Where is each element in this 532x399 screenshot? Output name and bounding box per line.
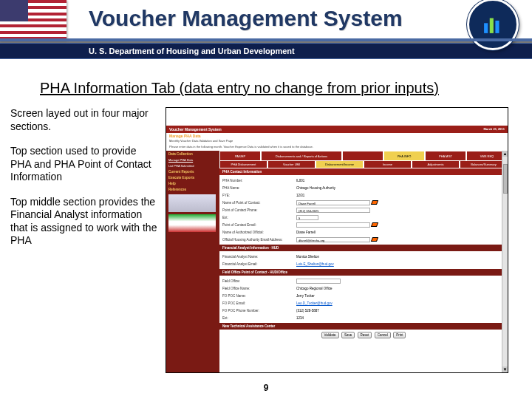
tab[interactable]: Voucher UMI: [267, 161, 316, 168]
save-button[interactable]: Save: [341, 332, 355, 338]
section-tech: New Technical Assistance Center: [219, 323, 508, 330]
embed-main: PAS/EP Disbursements and / Reports of Ac…: [219, 151, 508, 372]
print-button[interactable]: Print: [393, 332, 406, 338]
tab[interactable]: PHA MGT: [425, 151, 466, 161]
whitehouse-image: [168, 214, 216, 232]
header-rule: [0, 38, 532, 41]
svg-rect-1: [490, 18, 494, 33]
contact-phone-input[interactable]: (312) 654-0025: [296, 208, 370, 213]
tab[interactable]: Disbursements and / Reports of Actions: [261, 151, 342, 161]
section-contact: PHA Contact Information: [219, 168, 508, 175]
scroll-up-icon[interactable]: ▲: [502, 151, 508, 157]
notes-column: Screen layed out in four major sections.…: [10, 107, 158, 373]
usa-gov-image: [168, 194, 216, 212]
fo-select[interactable]: [296, 279, 341, 284]
scrollbar[interactable]: ▲ ▼: [502, 151, 508, 372]
embed-app-title: Voucher Management System March 21, 2011: [166, 126, 508, 133]
note-1: Screen layed out in four major sections.: [10, 107, 158, 133]
sidebar-link[interactable]: List PHA Submitted: [168, 164, 217, 168]
note-2: Top section used to provide PHA and PHA …: [10, 145, 158, 184]
sidebar-link[interactable]: Manage PHA Data: [168, 158, 217, 162]
embed-sidebar: Data Collection Manage PHA Data List PHA…: [166, 151, 219, 372]
tabs-row-2: PHA Disbursement Voucher UMI Disbursemen…: [219, 161, 508, 168]
scroll-down-icon[interactable]: ▼: [502, 366, 508, 372]
hud-seal-icon: [467, 0, 519, 50]
flag-icon: [371, 200, 378, 205]
embed-page-heading: Manage PHA Data: [166, 133, 508, 139]
flag-icon: [371, 237, 378, 242]
contact-name-input[interactable]: Diane Farrell: [296, 200, 370, 205]
embed-banner: [166, 108, 508, 126]
tab[interactable]: Adjustments: [412, 161, 460, 168]
tab[interactable]: Balances/Summary: [460, 161, 508, 168]
tab[interactable]: PAS/EP: [219, 151, 261, 161]
us-flag-image: [0, 0, 66, 40]
official-email-input[interactable]: dfarrell@thecha.org: [296, 237, 370, 242]
tab[interactable]: PHA Disbursement: [219, 161, 267, 168]
slide-title: Voucher Management System: [89, 6, 403, 31]
tab-active[interactable]: PHA INFO: [383, 151, 425, 161]
form-fa: Financial Analyst Name:Monica Shelton Fi…: [219, 251, 508, 269]
form-contact: PHA Number:IL001 PHA Name:Chicago Housin…: [219, 175, 508, 245]
flag-icon: [371, 222, 378, 227]
reset-button[interactable]: Reset: [358, 332, 372, 338]
section-fo: Field Office Point of Contact · HUD/Offi…: [219, 269, 508, 276]
tabs-row-1: PAS/EP Disbursements and / Reports of Ac…: [219, 151, 508, 161]
ext-input[interactable]: 9: [296, 215, 318, 220]
contact-email-input[interactable]: [296, 222, 370, 228]
page-number: 9: [0, 383, 532, 393]
svg-rect-2: [495, 21, 499, 33]
cancel-button[interactable]: Cancel: [375, 332, 391, 338]
note-3: Top middle section provides the Financia…: [10, 196, 158, 248]
hud-dept-bar: U. S. Department of Housing and Urban De…: [0, 43, 532, 59]
slide-content: Screen layed out in four major sections.…: [0, 107, 532, 373]
form-fo: Field Office: Field Office Name:Chicago …: [219, 276, 508, 323]
form-buttons: Validate Save Reset Cancel Print: [219, 330, 508, 341]
slide-subtitle: PHA Information Tab (data entry no chang…: [40, 80, 492, 97]
tab[interactable]: [342, 151, 383, 161]
tab[interactable]: Income: [364, 161, 412, 168]
scroll-thumb[interactable]: [503, 164, 508, 194]
embed-subheading: Monthly Voucher Data Validation and Save…: [166, 139, 508, 145]
tab[interactable]: Disbursement/Income: [316, 161, 364, 168]
section-fa: Financial Analyst Information · HUD: [219, 245, 508, 251]
svg-rect-0: [484, 23, 488, 33]
validate-button[interactable]: Validate: [321, 332, 339, 338]
embed-instruction: Please enter data in the following month…: [166, 145, 508, 151]
vms-screenshot: Voucher Management System March 21, 2011…: [166, 107, 508, 373]
slide-header: Voucher Management System Voucher Manage…: [0, 0, 532, 43]
